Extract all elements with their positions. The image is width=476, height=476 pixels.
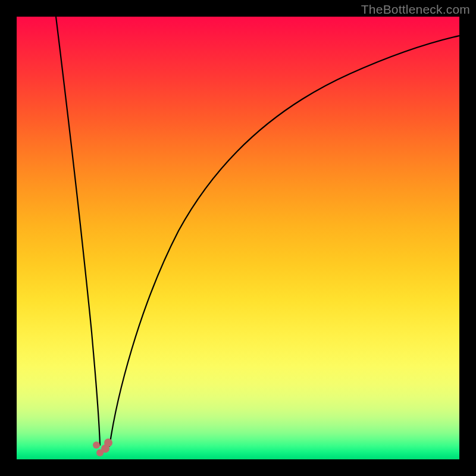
curve-right-branch bbox=[109, 36, 459, 446]
chart-frame: TheBottleneck.com bbox=[0, 0, 476, 476]
watermark-text: TheBottleneck.com bbox=[361, 2, 470, 17]
curve-layer bbox=[17, 17, 459, 459]
marker-point bbox=[104, 439, 112, 447]
plot-area bbox=[17, 17, 459, 459]
marker-point bbox=[93, 441, 100, 449]
curve-left-branch bbox=[56, 17, 100, 445]
